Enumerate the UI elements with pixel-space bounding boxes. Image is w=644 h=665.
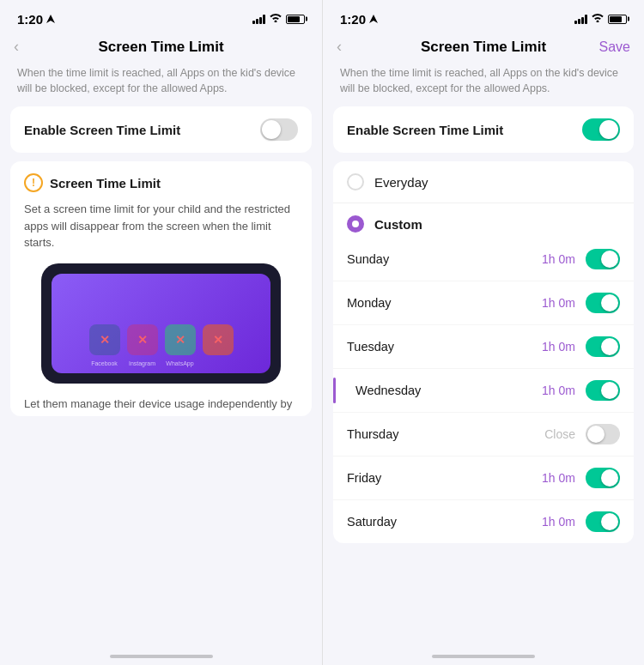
left-enable-toggle[interactable] (260, 118, 298, 141)
facebook-label: Facebook (89, 360, 120, 366)
right-phone-panel: 1:20 ‹ Screen Time Limit Save When the t… (322, 0, 644, 665)
saturday-toggle-knob (601, 513, 618, 530)
info-card-title-text: Screen Time Limit (50, 176, 161, 190)
wifi-icon (270, 13, 282, 25)
warning-icon: ! (24, 173, 43, 192)
friday-toggle-knob (601, 469, 618, 487)
left-description: When the time limit is reached, all Apps… (0, 63, 322, 106)
left-phone-panel: 1:20 ‹ Screen Time Limit When the time l… (0, 0, 322, 665)
custom-label: Custom (374, 217, 422, 232)
left-home-indicator (110, 655, 213, 658)
tuesday-toggle[interactable] (586, 336, 620, 357)
sunday-toggle[interactable] (586, 249, 620, 269)
everyday-radio[interactable] (347, 173, 364, 190)
whatsapp-blocked-icon (165, 324, 196, 355)
extra-blocked-icon (203, 324, 234, 355)
sunday-label: Sunday (347, 252, 542, 266)
everyday-radio-row[interactable]: Everyday (333, 161, 634, 203)
wednesday-label: Wednesday (347, 384, 542, 397)
friday-label: Friday (347, 471, 542, 485)
custom-radio-row[interactable]: Custom (333, 203, 634, 238)
day-row-saturday: Saturday 1h 0m (333, 500, 634, 543)
info-card-body2: Let them manage their device usage indep… (24, 396, 298, 416)
phone-screen: Facebook Instagram WhatsApp (52, 274, 270, 373)
left-page-title: Screen Time Limit (98, 39, 223, 56)
info-card-title-row: ! Screen Time Limit (24, 173, 298, 192)
signal-icon (252, 15, 265, 24)
day-row-sunday: Sunday 1h 0m (333, 238, 634, 281)
wednesday-time: 1h 0m (542, 384, 575, 397)
blocked-apps-row (89, 324, 234, 355)
right-nav-bar: ‹ Screen Time Limit Save (323, 31, 644, 63)
everyday-label: Everyday (374, 175, 428, 190)
left-nav-bar: ‹ Screen Time Limit (0, 31, 322, 63)
friday-time: 1h 0m (542, 471, 575, 485)
left-toggle-knob (262, 120, 281, 139)
left-status-icons (252, 13, 305, 25)
right-status-time: 1:20 (340, 12, 378, 27)
right-description: When the time limit is reached, all Apps… (323, 63, 644, 106)
instagram-blocked-icon (127, 324, 158, 355)
tuesday-toggle-knob (601, 338, 618, 355)
sunday-toggle-knob (601, 251, 618, 268)
monday-toggle-knob (601, 294, 618, 311)
right-location-icon (369, 15, 378, 23)
right-status-bar: 1:20 (323, 0, 644, 31)
right-back-button[interactable]: ‹ (337, 38, 357, 56)
right-wifi-icon (592, 13, 604, 25)
day-row-friday: Friday 1h 0m (333, 456, 634, 500)
day-row-monday: Monday 1h 0m (333, 281, 634, 325)
tuesday-time: 1h 0m (542, 340, 575, 354)
app-labels-row: Facebook Instagram WhatsApp (89, 360, 234, 366)
day-row-thursday: Thursday Close (333, 413, 634, 456)
left-enable-row: Enable Screen Time Limit (10, 106, 312, 153)
custom-radio[interactable] (347, 215, 364, 233)
location-icon (46, 15, 55, 23)
instagram-label: Instagram (127, 360, 158, 366)
right-save-button[interactable]: Save (599, 39, 630, 55)
saturday-time: 1h 0m (542, 515, 575, 529)
wednesday-indicator (333, 378, 336, 403)
thursday-toggle-knob (587, 426, 605, 443)
svg-marker-3 (369, 15, 378, 23)
left-info-card: ! Screen Time Limit Set a screen time li… (10, 161, 312, 416)
extra-label (203, 360, 234, 366)
battery-icon (286, 15, 305, 24)
thursday-time: Close (544, 427, 575, 441)
saturday-label: Saturday (347, 515, 542, 529)
left-status-time: 1:20 (17, 12, 55, 27)
right-home-indicator (432, 655, 535, 658)
sunday-time: 1h 0m (542, 252, 575, 266)
schedule-card: Everyday Custom Sunday 1h 0m Monday 1h 0… (333, 161, 634, 543)
whatsapp-label: WhatsApp (165, 360, 196, 366)
monday-time: 1h 0m (542, 296, 575, 310)
right-enable-row: Enable Screen Time Limit (333, 106, 634, 153)
monday-toggle[interactable] (586, 293, 620, 313)
left-status-bar: 1:20 (0, 0, 322, 31)
facebook-blocked-icon (89, 324, 120, 355)
wednesday-toggle-knob (601, 382, 618, 399)
wednesday-toggle[interactable] (586, 380, 620, 401)
thursday-label: Thursday (347, 427, 544, 441)
right-status-icons (574, 13, 627, 25)
right-enable-toggle[interactable] (582, 118, 620, 141)
friday-toggle[interactable] (586, 468, 620, 488)
right-signal-icon (574, 15, 587, 24)
phone-mockup: Facebook Instagram WhatsApp (41, 263, 281, 384)
day-row-wednesday: Wednesday 1h 0m (333, 369, 634, 413)
left-back-button[interactable]: ‹ (14, 38, 34, 56)
right-battery-icon (608, 15, 627, 24)
thursday-toggle[interactable] (586, 424, 620, 444)
day-row-tuesday: Tuesday 1h 0m (333, 325, 634, 369)
tuesday-label: Tuesday (347, 340, 542, 354)
right-page-title: Screen Time Limit (421, 39, 546, 56)
saturday-toggle[interactable] (586, 511, 620, 532)
info-card-body1: Set a screen time limit for your child a… (24, 201, 298, 251)
left-enable-label: Enable Screen Time Limit (24, 123, 180, 137)
right-toggle-knob (599, 120, 618, 139)
monday-label: Monday (347, 296, 542, 310)
svg-marker-0 (46, 15, 55, 23)
right-enable-label: Enable Screen Time Limit (347, 123, 503, 137)
